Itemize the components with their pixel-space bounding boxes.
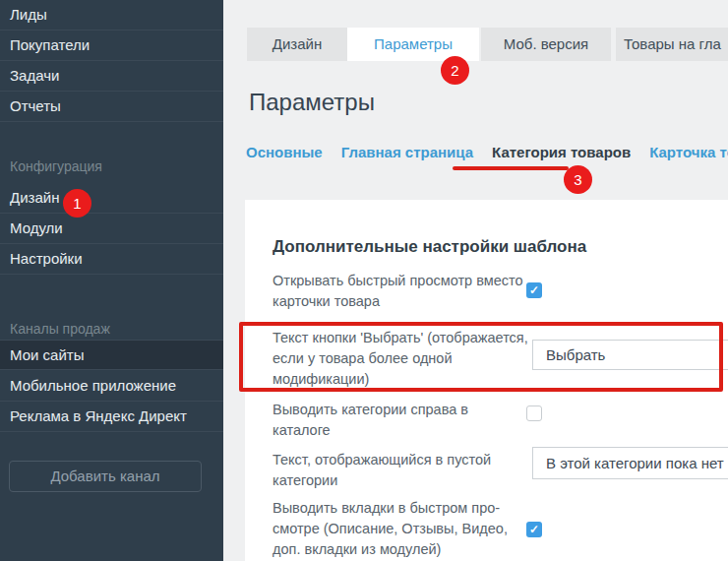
- label-line: смотре (Описание, Отзывы, Видео,: [273, 519, 508, 539]
- annotation-badge-1: 1: [63, 189, 91, 218]
- sidebar-item-customers[interactable]: Покупатели: [0, 31, 223, 61]
- subtab-general[interactable]: Основные: [246, 144, 323, 160]
- sidebar-item-yandex-direct[interactable]: Реклама в Яндекс Директ: [0, 402, 223, 432]
- sidebar-item-modules[interactable]: Модули: [0, 214, 223, 244]
- label-line: Текст, отображающийся в пустой: [273, 450, 491, 470]
- label-line: карточки товара: [273, 291, 523, 312]
- subtab-product-category[interactable]: Категория товаров: [492, 144, 631, 160]
- app-window: Лиды Покупатели Задачи Отчеты Конфигурац…: [0, 0, 728, 561]
- setting-label-quick-view: Открывать быстрый просмотр вместо карточ…: [273, 271, 523, 312]
- annotation-badge-2: 2: [441, 56, 469, 85]
- label-line: Выводить вкладки в быстром про-: [273, 498, 508, 519]
- label-line: Выводить категории справа в: [273, 400, 468, 420]
- sidebar: Лиды Покупатели Задачи Отчеты Конфигурац…: [0, 0, 223, 561]
- setting-label-quick-view-tabs: Выводить вкладки в быстром про- смотре (…: [273, 498, 508, 560]
- tab-mobile-version[interactable]: Моб. версия: [481, 28, 611, 61]
- label-line: если у товара более одной: [273, 348, 528, 369]
- subtab-product-card[interactable]: Карточка товара: [649, 144, 728, 160]
- sidebar-item-design[interactable]: Дизайн: [0, 183, 223, 214]
- sidebar-item-reports[interactable]: Отчеты: [0, 92, 223, 122]
- label-line: доп. вкладки из модулей): [273, 539, 508, 560]
- choose-button-text-input[interactable]: [532, 340, 728, 370]
- label-line: модификации): [273, 369, 528, 390]
- tab-products-on-home[interactable]: Товары на гла: [616, 28, 728, 61]
- section-title: Дополнительные настройки шаблона: [273, 237, 586, 257]
- categories-right-checkbox[interactable]: [526, 405, 542, 421]
- label-line: каталоге: [273, 420, 468, 441]
- quick-view-checkbox[interactable]: ✓: [526, 282, 542, 298]
- page-title: Параметры: [249, 89, 375, 116]
- sidebar-section-configuration: Конфигурация: [10, 156, 102, 176]
- setting-label-empty-category-text: Текст, отображающийся в пустой категории: [273, 450, 491, 491]
- subtab-home-page[interactable]: Главная страница: [341, 144, 473, 160]
- quick-view-tabs-checkbox[interactable]: ✓: [526, 522, 542, 537]
- empty-category-text-input[interactable]: [532, 447, 728, 479]
- sidebar-item-my-sites[interactable]: Мои сайты: [0, 340, 223, 370]
- subtab-bar: Основные Главная страница Категория това…: [246, 144, 728, 160]
- annotation-underline: [453, 166, 569, 170]
- label-line: категории: [273, 470, 491, 491]
- setting-label-choose-button-text: Текст кнопки 'Выбрать' (отображается, ес…: [273, 328, 528, 390]
- sidebar-item-tasks[interactable]: Задачи: [0, 61, 223, 92]
- sidebar-item-leads[interactable]: Лиды: [0, 0, 223, 31]
- sidebar-section-sales-channels: Каналы продаж: [10, 319, 110, 339]
- sidebar-item-settings[interactable]: Настройки: [0, 244, 223, 275]
- annotation-badge-3: 3: [564, 165, 592, 194]
- add-channel-button[interactable]: Добавить канал: [9, 461, 202, 492]
- setting-label-categories-right: Выводить категории справа в каталоге: [273, 400, 468, 441]
- label-line: Открывать быстрый просмотр вместо: [273, 271, 523, 291]
- sidebar-item-mobile-app[interactable]: Мобильное приложение: [0, 371, 223, 402]
- tab-design[interactable]: Дизайн: [247, 28, 347, 61]
- label-line: Текст кнопки 'Выбрать' (отображается,: [273, 328, 528, 348]
